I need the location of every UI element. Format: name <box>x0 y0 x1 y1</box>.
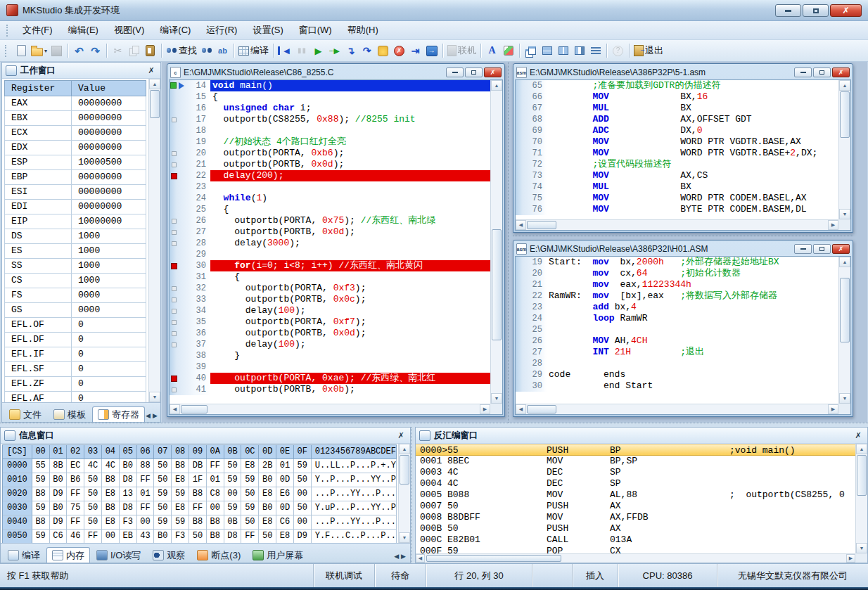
stop-button[interactable] <box>375 42 391 59</box>
tabs-scroll-right-icon[interactable]: ▶ <box>401 553 406 560</box>
code-line[interactable]: 22 delay(200); <box>170 170 490 181</box>
scrollbar-thumb[interactable] <box>400 455 409 485</box>
hex-byte[interactable]: B8 <box>172 459 189 473</box>
register-row[interactable]: EFL.DF0 <box>4 333 146 347</box>
code-line[interactable]: 36 outportb(PORTB, 0x0d); <box>170 328 490 339</box>
asm2-editor-hscrollbar[interactable]: ◀ ▶ <box>516 404 838 414</box>
disasm-row[interactable]: 0007 50PUSHAX <box>416 501 855 512</box>
code-line[interactable]: 20 outportb(PORTA, 0xb6); <box>170 148 490 159</box>
register-table-scrollbar[interactable]: ▲ ▼ <box>148 79 160 402</box>
tab-templates[interactable]: 模板 <box>48 406 91 422</box>
hex-byte[interactable]: 59 <box>241 501 259 515</box>
register-row[interactable]: ESP10000500 <box>4 155 146 170</box>
disasm-row[interactable]: 000F 59POPCX <box>416 546 855 553</box>
hex-byte[interactable]: 59 <box>32 473 50 487</box>
hex-byte[interactable]: E8 <box>241 459 259 473</box>
gutter[interactable]: 18 <box>170 125 210 136</box>
hex-byte[interactable]: B0 <box>154 530 172 543</box>
code-line[interactable]: 41 outportb(PORTB, 0x0b); <box>170 384 490 395</box>
gutter[interactable]: 16 <box>170 103 210 114</box>
hex-byte[interactable]: FF <box>189 501 207 515</box>
hex-row[interactable]: 003059B07550B8D8FF50E8FF005959B00D50Y.uP… <box>3 501 397 515</box>
menu-item-edit[interactable]: 编辑(E) <box>60 21 106 39</box>
gutter[interactable]: 70 <box>516 136 547 148</box>
hex-byte[interactable]: 50 <box>294 473 312 487</box>
scroll-down-icon[interactable]: ▼ <box>149 392 160 402</box>
cascade-windows-button[interactable] <box>523 42 539 59</box>
code-line[interactable]: 20 mov cx,64 ;初始化计数器 <box>516 268 838 279</box>
disasm-vscrollbar[interactable]: ▲ ▼ <box>855 444 867 553</box>
register-row[interactable]: ECX00000000 <box>4 126 146 141</box>
disasm-row[interactable]: 0003 4CDECSP <box>416 467 855 478</box>
hex-byte[interactable]: B8 <box>102 473 120 487</box>
gutter[interactable]: 24 <box>170 193 210 204</box>
gutter[interactable]: 73 <box>516 170 547 181</box>
register-row[interactable]: EAX00000000 <box>4 96 146 111</box>
c-minimize-button[interactable] <box>446 68 464 77</box>
code-line[interactable]: 27 outportb(PORTB, 0x0d); <box>170 226 490 238</box>
scrollbar-thumb[interactable] <box>426 555 561 562</box>
scrollbar-thumb[interactable] <box>181 405 208 413</box>
tab-files[interactable]: 文件 <box>4 406 47 422</box>
hex-byte[interactable]: 50 <box>154 501 172 515</box>
minimize-button[interactable] <box>775 4 801 17</box>
hex-byte[interactable]: 59 <box>154 515 172 530</box>
tab-breakpoints[interactable]: 断点(3) <box>191 547 246 563</box>
gutter[interactable]: 75 <box>516 193 547 204</box>
hex-byte[interactable]: EB <box>120 530 137 543</box>
code-line[interactable]: 33 outportb(PORTB, 0x0c); <box>170 294 490 305</box>
register-row[interactable]: SS1000 <box>4 259 146 274</box>
tabs-scroll-left-icon[interactable]: ◀ <box>146 412 151 419</box>
hex-byte[interactable]: 00 <box>224 487 242 501</box>
hex-byte[interactable]: 00 <box>137 515 155 530</box>
menu-item-run[interactable]: 运行(R) <box>198 21 245 39</box>
scroll-left-icon[interactable]: ◀ <box>516 220 526 230</box>
colors-button[interactable] <box>500 42 516 59</box>
gutter[interactable]: 26 <box>170 215 210 226</box>
hex-byte[interactable]: 43 <box>137 530 155 543</box>
tile-horizontal-button[interactable] <box>539 42 555 59</box>
hex-byte[interactable]: 59 <box>224 473 242 487</box>
code-line[interactable]: 70 MOV WORD PTR VGDTR.BASE,AX <box>516 136 838 148</box>
gutter[interactable]: 35 <box>170 316 210 328</box>
code-line[interactable]: 26 MOV AH,4CH <box>516 335 838 347</box>
step-out-button[interactable]: ⇥ <box>407 42 423 59</box>
hex-byte[interactable]: 59 <box>154 487 172 501</box>
scroll-up-icon[interactable]: ▲ <box>856 444 867 454</box>
menu-item-file[interactable]: 文件(F) <box>15 21 60 39</box>
gutter[interactable]: 69 <box>516 125 547 136</box>
code-line[interactable]: 37 delay(100); <box>170 339 490 350</box>
code-line[interactable]: 65 ;准备要加载到GDTR的伪描述符 <box>516 80 838 91</box>
disasm-row[interactable]: 0000>55PUSHBP;void main() <box>416 444 855 456</box>
hex-byte[interactable]: 00 <box>294 487 312 501</box>
code-line[interactable]: 25 <box>516 324 838 335</box>
asm2-close-button[interactable] <box>832 244 850 254</box>
code-line[interactable]: 17 outportb(CS8255, 0x88); //8255 init <box>170 114 490 125</box>
gutter[interactable]: 31 <box>170 271 210 283</box>
gutter[interactable]: 23 <box>170 181 210 193</box>
code-line[interactable]: 39 <box>170 361 490 373</box>
code-line[interactable]: 68 ADD AX,OFFSET GDT <box>516 114 838 125</box>
gutter[interactable]: 38 <box>170 350 210 361</box>
gutter[interactable]: 67 <box>516 103 547 114</box>
gutter[interactable]: 29 <box>170 249 210 260</box>
tab-memory[interactable]: 内存 <box>46 547 90 563</box>
hex-row[interactable]: 0040B8D9FF50E8F3005959B8B80B50E8C600...P… <box>3 515 397 530</box>
gutter[interactable]: 41 <box>170 384 210 395</box>
hex-byte[interactable]: 1F <box>189 473 207 487</box>
hex-byte[interactable]: 0D <box>276 473 294 487</box>
hex-byte[interactable]: 59 <box>32 501 50 515</box>
code-line[interactable]: 25 { <box>170 204 490 215</box>
menu-item-help[interactable]: 帮助(H) <box>340 21 386 39</box>
gutter[interactable]: 40 <box>170 373 210 384</box>
code-line[interactable]: 67 MUL BX <box>516 103 838 114</box>
code-line[interactable]: 32 outportb(PORTA, 0xf3); <box>170 283 490 294</box>
hex-byte[interactable]: 01 <box>276 459 294 473</box>
code-line[interactable]: 22RamWR: mov [bx],eax ;将数据写入外部存储器 <box>516 290 838 302</box>
replace-button[interactable]: ab <box>215 42 231 59</box>
run-button[interactable]: ▶ <box>310 42 326 59</box>
hex-byte[interactable]: FF <box>241 530 259 543</box>
hex-byte[interactable]: E8 <box>276 530 294 543</box>
register-row[interactable]: CS1000 <box>4 274 146 288</box>
register-row[interactable]: ESI00000000 <box>4 185 146 200</box>
